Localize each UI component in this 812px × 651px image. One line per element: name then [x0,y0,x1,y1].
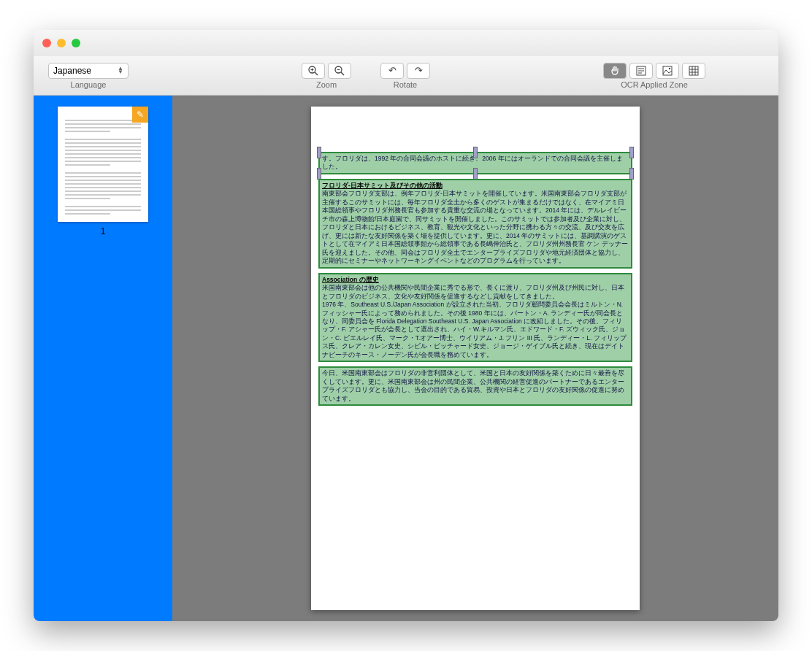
ocr-zone-label: OCR Applied Zone [621,80,688,89]
zone-text: 今日、米国南東部会はフロリダの非営利団体として、米国と日本の友好関係を築くために… [322,369,624,401]
zoom-out-icon [334,65,345,77]
rotate-right-button[interactable]: ↷ [407,63,430,79]
rotate-group: ↶ ↷ Rotate [380,63,430,89]
ocr-zone[interactable]: フロリダ-日本サミット及びその他の活動南東部会フロリダ支部は、例年フロリダ-日本… [318,179,632,269]
language-select[interactable]: Japanese ▲▼ [48,63,129,79]
zone-text: 米国南東部会は他の公共機関や民間企業に秀でる形で、長くに渡り、フロリダ州及び州民… [322,284,627,358]
chevron-updown-icon: ▲▼ [118,67,123,74]
page-thumbnail[interactable]: ✎ [58,107,148,222]
thumbnail-sidebar: ✎ 1 [34,96,172,621]
zoom-out-button[interactable] [328,63,351,79]
resize-handle[interactable] [629,147,634,158]
edit-badge-icon: ✎ [132,107,148,123]
ocr-zone[interactable]: 今日、米国南東部会はフロリダの非営利団体として、米国と日本の友好関係を築くために… [318,366,632,406]
ocr-zone-text-button[interactable] [629,63,653,79]
zone-text: 南東部会フロリダ支部は、例年フロリダ-日本サミットを開催しています。米国南東部会… [322,190,628,264]
resize-handle[interactable] [473,147,478,158]
zone-title: フロリダ-日本サミット及びその他の活動 [322,182,443,189]
resize-handle[interactable] [629,168,634,180]
svg-rect-13 [689,66,698,75]
rotate-label: Rotate [394,80,417,89]
language-value: Japanese [53,66,91,76]
language-label: Language [71,80,107,89]
document-page: す。フロリダは、1992 年の合同会議のホストに続き、2006 年にはオーランド… [311,107,640,610]
resize-handle[interactable] [317,168,321,180]
app-window: Japanese ▲▼ Language Zoom [34,30,778,621]
svg-line-5 [341,72,344,75]
resize-handle[interactable] [473,168,478,180]
zone-title: Association の歴史 [322,276,379,283]
svg-rect-11 [663,66,672,75]
rotate-right-icon: ↷ [415,65,423,76]
titlebar [34,30,778,56]
window-controls [42,39,80,47]
minimize-window-button[interactable] [57,39,66,47]
zoom-label: Zoom [316,80,337,89]
close-window-button[interactable] [42,39,51,47]
ocr-zone-group: OCR Applied Zone [603,63,705,89]
content-area: ✎ 1 [34,96,778,621]
ocr-zone-table-button[interactable] [682,63,705,79]
language-group: Japanese ▲▼ Language [48,63,129,89]
page-number-label: 1 [101,226,106,236]
thumbnail-preview [65,120,141,215]
image-zone-icon [662,65,673,77]
table-zone-icon [688,65,700,77]
zoom-group: Zoom [302,63,351,89]
toolbar: Japanese ▲▼ Language Zoom [34,56,778,96]
zoom-in-icon [307,65,319,77]
document-canvas[interactable]: す。フロリダは、1992 年の合同会議のホストに続き、2006 年にはオーランド… [172,96,778,621]
zone-text: す。フロリダは、1992 年の合同会議のホストに続き、2006 年にはオーランド… [322,155,623,170]
svg-point-12 [669,67,670,69]
rotate-left-button[interactable]: ↶ [380,63,404,79]
rotate-left-icon: ↶ [388,65,397,76]
hand-icon [609,65,621,77]
zoom-in-button[interactable] [302,63,325,79]
ocr-zone-select-button[interactable] [603,63,627,79]
text-zone-icon [635,65,647,77]
svg-line-1 [315,72,318,75]
ocr-zone[interactable]: Association の歴史米国南東部会は他の公共機関や民間企業に秀でる形で、… [318,273,632,363]
resize-handle[interactable] [317,147,321,158]
zoom-window-button[interactable] [72,39,80,47]
ocr-zone[interactable]: す。フロリダは、1992 年の合同会議のホストに続き、2006 年にはオーランド… [318,152,632,174]
ocr-zone-image-button[interactable] [656,63,679,79]
